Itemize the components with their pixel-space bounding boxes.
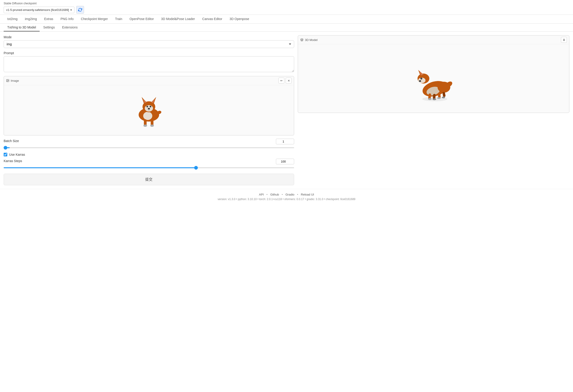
edit-image-button[interactable]: ✏ [278,78,284,84]
karras-steps-section: Karras Steps [4,159,294,171]
mode-select[interactable]: img txt [4,40,294,48]
submit-button[interactable]: 提交 [4,174,294,185]
footer-version-info: version: v1.3.0 • python: 3.10.10 • torc… [4,197,569,201]
karras-steps-input[interactable] [276,159,294,164]
mode-label: Mode [4,35,294,39]
svg-point-36 [428,98,432,100]
refresh-icon [78,8,82,12]
image-upload-label: Image [11,79,19,82]
prompt-label: Prompt [4,51,294,55]
tab-canvas-editor[interactable]: Canvas Editor [198,15,226,23]
svg-point-18 [150,125,154,127]
use-karras-checkbox[interactable] [4,153,7,156]
footer-api-link[interactable]: API [259,193,264,196]
svg-point-11 [150,106,151,107]
footer-links: API • Github • Gradio • Reload UI [4,193,569,196]
batch-size-label: Batch Size [4,139,19,143]
tab-3d-model-pose[interactable]: 3D Model&Pose Loader [158,15,199,23]
svg-point-10 [147,106,148,107]
left-panel: Mode img txt Prompt Image [4,35,298,185]
tab-checkpoint-merger[interactable]: Checkpoint Merger [77,15,111,23]
tab-img2img[interactable]: img2img [21,15,40,23]
footer-gradio-link[interactable]: Gradio [286,193,294,196]
svg-point-13 [150,106,151,107]
batch-size-slider[interactable] [4,147,294,148]
tab-extras[interactable]: Extras [40,15,57,23]
sub-tab-txt-img-3d[interactable]: Txt/Img to 3D Model [4,24,40,31]
model-output-header: 3D Model ⬇ [298,36,569,44]
clear-image-button[interactable]: ✕ [286,78,292,84]
nav-tabs: txt2img img2img Extras PNG Info Checkpoi… [0,15,573,24]
main-content: Mode img txt Prompt Image [0,32,573,189]
image-upload-header: Image ✏ ✕ [4,76,294,85]
footer-reload-ui-link[interactable]: Reload UI [301,193,314,196]
tab-openpose-editor[interactable]: OpenPose Editor [126,15,158,23]
svg-point-29 [420,78,422,79]
corgi-3d-model [409,53,459,104]
batch-size-input[interactable] [276,139,294,144]
use-karras-section: Use Karras [4,153,294,156]
tab-3d-openpose[interactable]: 3D Openpose [226,15,253,23]
batch-size-section: Batch Size [4,139,294,150]
footer-github-link[interactable]: Github [270,193,279,196]
reload-checkpoint-button[interactable] [76,6,84,14]
corgi-image-left [131,90,167,131]
top-bar: Stable Diffusion checkpoint v1-5-pruned-… [0,0,573,15]
use-karras-label: Use Karras [9,153,25,156]
svg-marker-20 [301,38,303,40]
tab-png-info[interactable]: PNG Info [57,15,77,23]
svg-point-12 [147,106,148,107]
checkpoint-value: v1-5-pruned-emaonly.safetensors [6ce0161… [6,8,69,12]
mode-section: Mode img txt [4,35,294,48]
tab-txt2img[interactable]: txt2img [4,15,21,23]
model-output-label: 3D Model [305,38,318,42]
tab-train[interactable]: Train [111,15,126,23]
svg-rect-35 [442,92,446,97]
svg-point-38 [437,97,441,99]
3d-model-icon [300,38,304,41]
karras-steps-label: Karras Steps [4,159,22,163]
karras-steps-slider[interactable] [4,167,294,168]
sub-tab-extensions[interactable]: Extensions [58,24,81,31]
svg-point-30 [421,78,422,79]
image-icon [6,79,9,82]
svg-point-3 [143,112,152,120]
sub-tab-settings[interactable]: Settings [40,24,58,31]
model-output-content [298,44,569,113]
svg-point-39 [442,96,445,98]
chevron-down-icon: ▾ [70,8,72,12]
model-output-area: 3D Model ⬇ [298,35,569,113]
image-upload-area: Image ✏ ✕ [4,76,294,135]
checkpoint-select[interactable]: v1-5-pruned-emaonly.safetensors [6ce0161… [4,7,74,13]
svg-point-31 [419,80,421,82]
image-content[interactable] [4,85,294,135]
svg-point-37 [432,98,436,100]
svg-point-1 [7,80,7,80]
svg-point-17 [143,125,147,127]
right-panel: 3D Model ⬇ [298,35,569,185]
svg-point-14 [148,108,150,109]
sub-tabs: Txt/Img to 3D Model Settings Extensions [0,24,573,32]
checkpoint-label: Stable Diffusion checkpoint [4,2,569,5]
prompt-section: Prompt [4,51,294,73]
footer: API • Github • Gradio • Reload UI versio… [0,189,573,204]
download-button[interactable]: ⬇ [561,37,567,43]
prompt-input[interactable] [4,56,294,72]
